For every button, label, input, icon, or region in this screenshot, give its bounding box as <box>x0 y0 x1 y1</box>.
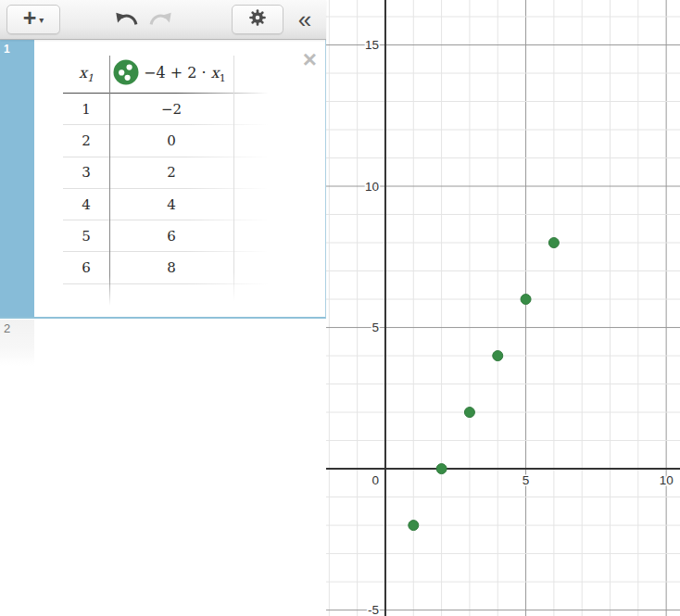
table-header-row: x1 −4 + 2 · x1 <box>63 56 269 93</box>
table-cell-y[interactable]: −2 <box>109 101 233 118</box>
desmos-app: + ▾ <box>0 0 680 616</box>
expressions-panel: + ▾ <box>0 0 326 616</box>
undo-icon[interactable] <box>113 8 141 29</box>
table-cell-y[interactable]: 0 <box>109 132 233 149</box>
y-axis-tick-label: 5 <box>371 321 379 334</box>
expressions-toolbar: + ▾ <box>0 0 326 40</box>
expression-2[interactable]: 2 <box>0 320 326 366</box>
table-row[interactable]: 68 <box>63 252 269 283</box>
y-axis-tick-label: -5 <box>368 603 379 616</box>
table-cell-x[interactable]: 2 <box>63 132 109 149</box>
table-row[interactable]: 1−2 <box>63 94 269 124</box>
data-point[interactable] <box>436 464 447 474</box>
table-cell-x[interactable]: 1 <box>63 101 109 118</box>
expression-2-gutter[interactable]: 2 <box>0 320 34 366</box>
expression-1: 1 × x1 <box>0 40 326 319</box>
data-point[interactable] <box>464 408 474 418</box>
table-column-divider <box>109 56 110 306</box>
table-column-divider-2 <box>233 56 234 301</box>
x-axis-tick-label: 10 <box>660 473 674 487</box>
table-row[interactable]: 32 <box>63 157 269 188</box>
data-point[interactable] <box>548 238 559 248</box>
expression-2-index: 2 <box>4 321 10 335</box>
caret-down-icon: ▾ <box>39 15 44 25</box>
y-axis-tick-label: 10 <box>365 180 379 194</box>
table-row[interactable]: 20 <box>63 125 269 156</box>
add-expression-button[interactable]: + ▾ <box>6 5 60 34</box>
table-cell-x[interactable]: 5 <box>63 228 109 245</box>
scatter-style-icon[interactable] <box>113 59 139 89</box>
expression-list-background[interactable] <box>0 366 326 616</box>
data-point[interactable] <box>493 351 503 361</box>
table-cell-x[interactable]: 6 <box>63 259 109 276</box>
y-axis-tick-label: 15 <box>365 38 379 52</box>
table-cell-x[interactable]: 4 <box>63 196 109 213</box>
x-axis-tick-label: 5 <box>523 473 530 487</box>
expression-table: x1 −4 + 2 · x1 <box>63 56 269 314</box>
table-cell-x[interactable]: 3 <box>63 164 109 181</box>
table-column-expression: −4 + 2 · x1 <box>144 64 226 84</box>
origin-label: 0 <box>371 473 379 487</box>
table-header-x[interactable]: x1 <box>63 64 109 84</box>
table-rows: 1−22032445668 <box>63 94 269 284</box>
expression-1-index: 1 <box>4 43 10 56</box>
table-cell-y[interactable]: 4 <box>109 196 233 213</box>
plus-icon: + <box>23 6 37 30</box>
graph-paper[interactable]: 15105-55100 <box>326 0 680 616</box>
collapse-panel-icon[interactable]: « <box>290 6 320 33</box>
table-row[interactable]: 56 <box>63 220 269 251</box>
redo-icon[interactable] <box>146 8 174 29</box>
table-cell-y[interactable]: 6 <box>109 228 233 245</box>
table-empty-row[interactable] <box>63 284 269 314</box>
graph-settings-button[interactable] <box>232 5 283 34</box>
data-point[interactable] <box>409 521 419 531</box>
table-cell-y[interactable]: 2 <box>109 164 233 181</box>
graph-canvas[interactable]: 15105-55100 <box>326 0 680 616</box>
table-header-y[interactable]: −4 + 2 · x1 <box>109 59 233 89</box>
table-row[interactable]: 44 <box>63 189 269 220</box>
gear-icon <box>247 7 268 31</box>
data-point[interactable] <box>521 295 531 305</box>
table-cell-y[interactable]: 8 <box>109 259 233 276</box>
expression-1-gutter[interactable]: 1 <box>0 40 34 317</box>
history-controls <box>113 8 174 29</box>
expression-1-content[interactable]: × x1 <box>34 40 325 317</box>
close-expression-icon[interactable]: × <box>303 47 317 71</box>
